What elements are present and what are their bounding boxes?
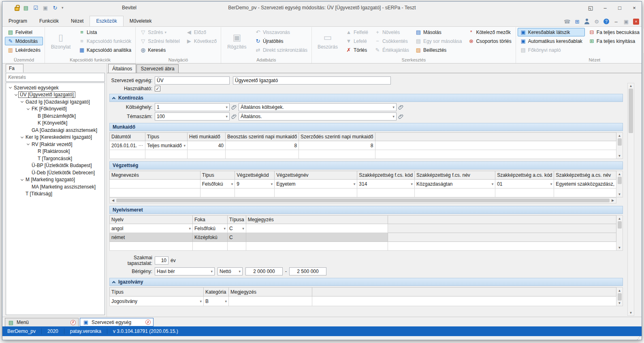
megjegyzes-cell[interactable]	[246, 233, 388, 242]
tipusa-cell[interactable]: C	[228, 233, 246, 242]
tree-item[interactable]: T [Targoncások]	[6, 155, 104, 162]
tree-item[interactable]: Ü-BP [Üzletkötők Budapest]	[6, 162, 104, 169]
close-button[interactable]: ×	[627, 2, 642, 13]
heti-munkaido-cell[interactable]: 40	[188, 141, 226, 150]
tree-item[interactable]: RV [Raktár vezető]	[6, 141, 104, 148]
tasks-check-icon[interactable]: ☑	[32, 4, 39, 11]
temaszam-name-combo[interactable]: Általános. ▾	[239, 112, 397, 121]
vertical-scrollbar[interactable]: ▲▼	[616, 215, 623, 251]
tree-item[interactable]: R [Raktárosok]	[6, 148, 104, 155]
scroll-left-icon[interactable]: ◀	[111, 199, 115, 202]
tree-item[interactable]: T [Titkárság]	[6, 191, 104, 198]
scroll-thumb[interactable]	[116, 199, 610, 202]
chevron-down-icon[interactable]	[19, 137, 24, 138]
scroll-down-icon[interactable]: ▼	[618, 301, 621, 305]
temaszam-code-combo[interactable]: 100 ▾	[155, 112, 230, 121]
help-icon[interactable]: ?	[603, 19, 609, 24]
szervezeti-egyseg-name-input[interactable]	[233, 76, 391, 85]
ujratoltes-button[interactable]: ↻ Újratöltés	[252, 37, 310, 45]
torles-button[interactable]: ✗ Törlés	[343, 46, 371, 54]
attachment-icon[interactable]	[397, 113, 405, 120]
tree-item[interactable]: B [Bérszámfejtők]	[6, 112, 104, 120]
fcs-nev-cell[interactable]: Közgazdaságtan▾	[415, 180, 495, 188]
scroll-down-icon[interactable]: ▼	[618, 192, 621, 197]
hasznalhato-checkbox[interactable]: ✓	[155, 86, 160, 91]
csoportos-torles-button[interactable]: ⊗ Csoportos törlés	[465, 37, 514, 45]
tree-item[interactable]: FK [Főkönyvelő]	[6, 106, 104, 113]
scroll-up-icon[interactable]: ▲	[629, 84, 633, 88]
tab-eszkozok[interactable]: Eszközök	[90, 16, 123, 26]
automatikus-keresoablak-button[interactable]: ▣ Automatikus keresőablak	[518, 37, 585, 45]
chevron-down-icon[interactable]	[26, 144, 30, 145]
tree-item[interactable]: GA [Gazdasági asszisztensek]	[6, 127, 104, 134]
fa-teljes-becsukasa-button[interactable]: ⊟ Fa teljes becsukása	[586, 28, 642, 36]
beosztas-napi-cell[interactable]: 8	[226, 141, 299, 150]
foka-cell[interactable]: Középfokú	[193, 233, 228, 242]
beillesztes-button[interactable]: ▨ Beillesztés	[413, 46, 464, 54]
koltseghely-code-combo[interactable]: 1 ▾	[155, 103, 230, 111]
section-kontirozas[interactable]: Kontírozás	[109, 94, 623, 102]
nyelv-cell[interactable]: német	[110, 233, 193, 242]
tab-szervezeti-abra[interactable]: Szervezeti ábra	[136, 64, 178, 73]
section-igazolvany[interactable]: Igazolvány	[109, 278, 623, 286]
vegzettsegkod-cell[interactable]: 9▾	[235, 180, 275, 188]
szerzodes-napi-cell[interactable]: 8	[299, 141, 375, 150]
fcs-kod-cell[interactable]: 314▾	[357, 180, 415, 188]
tree-item[interactable]: ÜV [Ügyvezető Igazgató]	[6, 91, 104, 99]
phone-icon[interactable]: ☎	[564, 18, 570, 25]
tab-menu[interactable]: ▤ Menü ✗	[5, 318, 79, 326]
masolas-button[interactable]: ▤ Másolás	[413, 28, 464, 36]
tipus-cell[interactable]: Teljes munkaidő▾	[145, 141, 188, 150]
szakmai-tapasztalat-input[interactable]	[155, 256, 168, 265]
tab-funkciok[interactable]: Funkciók	[33, 16, 65, 26]
datumtol-cell[interactable]: 2016.01.01.⋯	[110, 141, 145, 150]
berigeny-netto-combo[interactable]: Nettó ▾	[218, 267, 243, 275]
tipus-cell[interactable]: Jogosítvány▾	[110, 296, 204, 306]
tipusa-cell[interactable]: C▾	[228, 224, 246, 233]
settings-gear-icon[interactable]: ⚙	[593, 18, 600, 25]
maximize-button[interactable]: □	[612, 2, 627, 13]
close-tab-icon[interactable]: ✗	[145, 320, 151, 325]
felvetel-button[interactable]: ▤ Felvétel	[5, 28, 43, 36]
tree-item[interactable]: Szervezeti egységek	[6, 84, 104, 91]
refresh-icon[interactable]: ↻	[52, 4, 58, 11]
scroll-thumb[interactable]	[618, 177, 622, 184]
chevron-down-icon[interactable]	[13, 94, 18, 95]
acs-nev-cell[interactable]: Egyetemi szakközgazdász,	[554, 180, 616, 188]
tree-item[interactable]: K [Könyvelők]	[6, 120, 104, 127]
date-picker-button[interactable]: ⋯	[139, 143, 143, 148]
minimize-button[interactable]: –	[598, 2, 612, 13]
koltseghely-name-combo[interactable]: Általános költségek. ▾	[239, 103, 397, 111]
lock-icon[interactable]	[15, 7, 19, 11]
keresoablak-latszik-button[interactable]: ▣ Keresőablak látszik	[518, 28, 585, 36]
tree-item[interactable]: M [Marketing Igazgató]	[6, 176, 104, 184]
tab-nezet[interactable]: Nézet	[65, 16, 90, 26]
notes-icon[interactable]: ▤	[23, 4, 29, 11]
tree-search-input[interactable]	[6, 73, 105, 82]
tab-muveletek[interactable]: Műveletek	[124, 16, 158, 26]
berigeny-max-input[interactable]	[289, 267, 326, 275]
lekerdezes-button[interactable]: ▥ Lekérdezés	[5, 46, 43, 54]
dock-window-icon[interactable]: ◱	[583, 2, 598, 13]
vertical-scrollbar[interactable]: ▲▼	[616, 171, 623, 197]
tree-item[interactable]: Ker Ig [Kereskedelmi Igazgató]	[6, 134, 104, 141]
user-search-icon[interactable]	[584, 19, 590, 24]
megjegyzes-cell[interactable]	[229, 296, 312, 306]
scroll-thumb[interactable]	[629, 89, 633, 133]
attachment-icon[interactable]	[230, 104, 238, 111]
megnevezes-cell[interactable]	[110, 180, 200, 188]
scroll-right-icon[interactable]: ▶	[610, 199, 615, 202]
fa-teljes-kinyitasa-button[interactable]: ⊞ Fa teljes kinyitása	[586, 37, 642, 45]
chevron-down-icon[interactable]	[8, 87, 13, 88]
main-vertical-scrollbar[interactable]: ▲ ▼	[627, 83, 634, 316]
resize-grip[interactable]: ⋰	[637, 337, 641, 339]
scroll-up-icon[interactable]: ▲	[618, 172, 621, 176]
tab-fa[interactable]: Fa	[6, 64, 23, 72]
scroll-thumb[interactable]	[618, 138, 622, 146]
tipus-cell[interactable]: Felsőfokú▾	[200, 180, 235, 188]
chevron-down-icon[interactable]	[19, 179, 24, 180]
scroll-up-icon[interactable]: ▲	[618, 288, 621, 293]
szervezeti-egyseg-code-input[interactable]	[155, 76, 230, 85]
scroll-down-icon[interactable]: ▼	[618, 153, 621, 158]
scroll-down-icon[interactable]: ▼	[618, 245, 621, 250]
